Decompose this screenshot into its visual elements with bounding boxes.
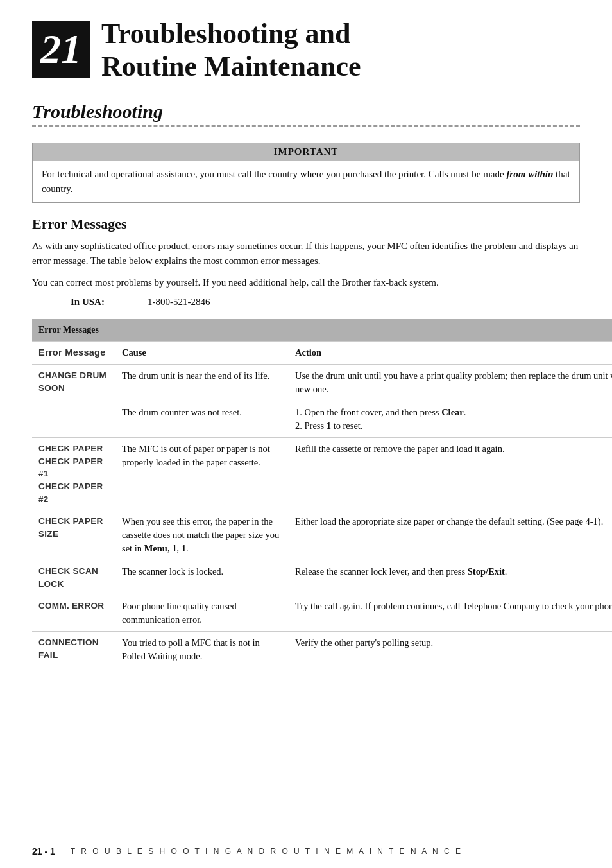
dashed-divider	[32, 125, 580, 127]
important-text-bold: from within	[506, 169, 553, 179]
table-title-cell: Error Messages	[32, 319, 612, 342]
error-msg-check-scan-lock: CHECK SCANLOCK	[32, 560, 115, 595]
cause-check-paper-size: When you see this error, the paper in th…	[115, 510, 289, 560]
table-row: CHECK PAPERSIZE When you see this error,…	[32, 510, 612, 560]
action-check-paper: Refill the cassette or remove the paper …	[289, 438, 612, 510]
table-row: CONNECTIONFAIL You tried to poll a MFC t…	[32, 632, 612, 668]
action-check-scan-lock: Release the scanner lock lever, and then…	[289, 560, 612, 595]
col-header-action: Action	[289, 342, 612, 365]
usa-number: 1-800-521-2846	[148, 297, 210, 308]
error-msg-check-paper-size: CHECK PAPERSIZE	[32, 510, 115, 560]
chapter-title-line1: Troubleshooting and	[101, 18, 350, 49]
action-comm-error: Try the call again. If problem continues…	[289, 595, 612, 632]
important-body: For technical and operational assistance…	[33, 161, 579, 202]
table-row: CHECK SCANLOCK The scanner lock is locke…	[32, 560, 612, 595]
error-msg-change-drum: CHANGE DRUMSOON	[32, 365, 115, 401]
table-row: The drum counter was not reset. 1. Open …	[32, 401, 612, 438]
usa-contact: In USA: 1-800-521-2846	[71, 297, 580, 308]
error-messages-para1: As with any sophisticated office product…	[32, 239, 580, 269]
table-row: CHANGE DRUMSOON The drum unit is near th…	[32, 365, 612, 401]
error-messages-title: Error Messages	[32, 216, 580, 232]
action-check-paper-size: Either load the appropriate size paper o…	[289, 510, 612, 560]
cause-connection-fail: You tried to poll a MFC that is not in P…	[115, 632, 289, 668]
footer-page-number: 21 - 1	[32, 846, 55, 856]
cause-comm-error: Poor phone line quality caused communica…	[115, 595, 289, 632]
error-msg-empty	[32, 401, 115, 438]
chapter-number: 21	[32, 21, 90, 78]
chapter-title: Troubleshooting and Routine Maintenance	[101, 18, 361, 83]
usa-label: In USA:	[71, 297, 148, 308]
error-messages-para2: You can correct most problems by yoursel…	[32, 275, 580, 290]
action-drum-counter: 1. Open the front cover, and then press …	[289, 401, 612, 438]
error-messages-section: Error Messages As with any sophisticated…	[0, 216, 612, 308]
error-table: Error Messages Error Message Cause Actio…	[32, 319, 612, 668]
error-msg-comm-error: COMM. ERROR	[32, 595, 115, 632]
footer-chapter-text: T R O U B L E S H O O T I N G A N D R O …	[71, 847, 463, 856]
page: 21 Troubleshooting and Routine Maintenan…	[0, 0, 612, 868]
col-header-message: Error Message	[32, 342, 115, 365]
table-title-row: Error Messages	[32, 319, 612, 342]
cause-change-drum-1: The drum unit is near the end of its lif…	[115, 365, 289, 401]
cause-check-scan-lock: The scanner lock is locked.	[115, 560, 289, 595]
important-header: IMPORTANT	[33, 143, 579, 161]
table-row: CHECK PAPERCHECK PAPER#1CHECK PAPER#2 Th…	[32, 438, 612, 510]
chapter-number-text: 21	[40, 26, 81, 73]
table-header-row: Error Message Cause Action	[32, 342, 612, 365]
section-title: Troubleshooting	[32, 101, 580, 123]
error-msg-connection-fail: CONNECTIONFAIL	[32, 632, 115, 668]
important-text-part1: For technical and operational assistance…	[42, 169, 506, 179]
table-row: COMM. ERROR Poor phone line quality caus…	[32, 595, 612, 632]
error-msg-check-paper: CHECK PAPERCHECK PAPER#1CHECK PAPER#2	[32, 438, 115, 510]
page-footer: 21 - 1 T R O U B L E S H O O T I N G A N…	[0, 846, 612, 856]
action-change-drum-1: Use the drum unit until you have a print…	[289, 365, 612, 401]
cause-drum-counter: The drum counter was not reset.	[115, 401, 289, 438]
chapter-header: 21 Troubleshooting and Routine Maintenan…	[0, 0, 612, 89]
chapter-title-line2: Routine Maintenance	[101, 51, 361, 82]
col-header-cause: Cause	[115, 342, 289, 365]
important-box: IMPORTANT For technical and operational …	[32, 143, 580, 203]
section-title-block: Troubleshooting	[0, 89, 612, 127]
action-connection-fail: Verify the other party's polling setup.	[289, 632, 612, 668]
cause-check-paper: The MFC is out of paper or paper is not …	[115, 438, 289, 510]
